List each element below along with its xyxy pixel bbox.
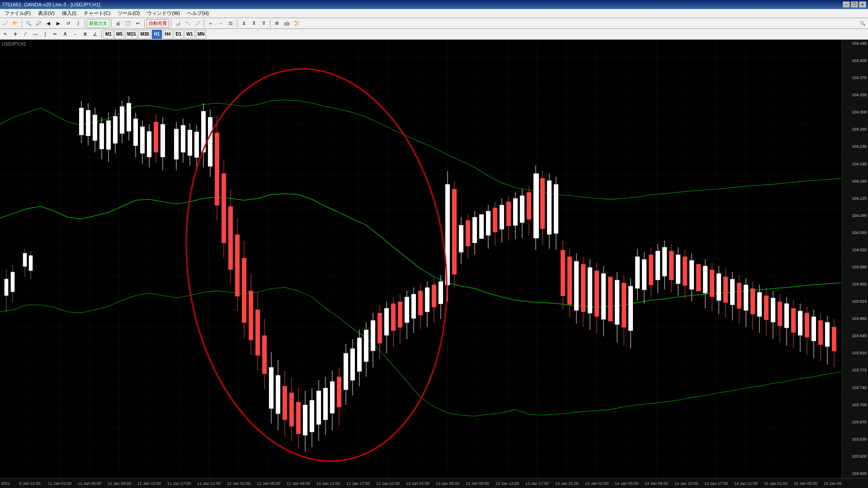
- svg-rect-212: [594, 271, 599, 317]
- settings-button[interactable]: ⚙: [272, 19, 281, 28]
- svg-rect-136: [337, 377, 341, 408]
- copy-button[interactable]: 📋: [123, 19, 132, 28]
- chart-container[interactable]: USDJPY,H1: [0, 40, 842, 478]
- print-button[interactable]: 🖨: [113, 19, 123, 28]
- tf-w1[interactable]: W1: [184, 30, 195, 39]
- tf-d1[interactable]: D1: [174, 30, 184, 39]
- fib-tool[interactable]: Ⅲ: [80, 30, 90, 39]
- hline-tool[interactable]: —: [31, 30, 40, 39]
- svg-rect-158: [411, 294, 416, 319]
- tf-mn[interactable]: MN: [196, 30, 207, 39]
- tf-h4[interactable]: H4: [163, 30, 173, 39]
- svg-rect-218: [615, 280, 619, 325]
- menu-help[interactable]: ヘルプ(H): [184, 9, 212, 18]
- indicator-button3[interactable]: ⊽: [259, 19, 268, 28]
- chart-type3-button[interactable]: 📈: [193, 19, 202, 28]
- cursor-tool[interactable]: ↖: [1, 30, 10, 39]
- indicator-button1[interactable]: ⊻: [239, 19, 248, 28]
- time-label-19: 13 Jan 21:00: [555, 481, 579, 486]
- open-button[interactable]: 📂: [11, 19, 20, 28]
- svg-rect-174: [466, 221, 470, 246]
- time-label-20: 14 Jan 01:00: [585, 481, 609, 486]
- svg-rect-244: [703, 266, 708, 293]
- undo-button[interactable]: ↩: [133, 19, 142, 28]
- period-sep-button[interactable]: |: [74, 19, 83, 28]
- svg-rect-106: [235, 235, 240, 296]
- zoom-in-button[interactable]: 🔍: [24, 19, 33, 28]
- time-label-25: 14 Jan 21:00: [734, 481, 758, 486]
- tf-h1[interactable]: H1: [152, 30, 162, 39]
- svg-rect-204: [567, 257, 572, 305]
- menu-file[interactable]: ファイル(F): [1, 9, 34, 18]
- svg-rect-176: [472, 217, 477, 243]
- svg-rect-142: [357, 338, 362, 371]
- time-label-16: 13 Jan 09:00: [466, 481, 489, 486]
- time-label-23: 14 Jan 13:00: [675, 481, 698, 486]
- chart-type2-button[interactable]: 📉: [183, 19, 192, 28]
- new-chart-button[interactable]: 📈: [1, 19, 10, 28]
- refresh-button[interactable]: ↺: [64, 19, 73, 28]
- tf-m30[interactable]: M30: [138, 30, 151, 39]
- menu-tools[interactable]: ツール(O): [114, 9, 143, 18]
- time-label-3: 11 Jan 05:00: [78, 481, 101, 486]
- menu-chart[interactable]: チャート(C): [80, 9, 114, 18]
- zoom-out2-button[interactable]: －: [216, 19, 225, 28]
- svg-rect-246: [710, 270, 714, 297]
- svg-rect-86: [160, 124, 165, 157]
- zoom-out-button[interactable]: 🔎: [34, 19, 43, 28]
- time-label-17: 13 Jan 13:00: [495, 481, 519, 486]
- svg-rect-160: [418, 291, 423, 315]
- svg-rect-206: [574, 261, 579, 310]
- restore-button[interactable]: ❐: [851, 1, 858, 8]
- sep4: [144, 19, 145, 28]
- menu-view[interactable]: 表示(V): [34, 9, 58, 18]
- fit-button[interactable]: ⊡: [226, 19, 235, 28]
- auto-trade-button[interactable]: 自動売買: [146, 19, 169, 28]
- svg-rect-272: [798, 311, 802, 335]
- svg-rect-214: [601, 273, 606, 319]
- price-label-12: 104.020: [842, 248, 868, 253]
- search-button[interactable]: 🔍: [858, 19, 867, 28]
- svg-rect-76: [127, 103, 131, 131]
- svg-rect-270: [791, 308, 796, 333]
- tf-m5[interactable]: M5: [114, 30, 124, 39]
- indicator-button2[interactable]: ⊼: [249, 19, 258, 28]
- sep-tf: [101, 30, 102, 38]
- time-label-2: 11 Jan 01:00: [48, 481, 71, 486]
- crosshair-tool[interactable]: ✛: [11, 30, 20, 39]
- svg-rect-0: [0, 40, 842, 478]
- text-tool[interactable]: A: [61, 30, 70, 39]
- line-tool[interactable]: ⁄: [21, 30, 30, 39]
- tf-m1[interactable]: M1: [104, 30, 113, 39]
- scroll-left-button[interactable]: ◀: [44, 19, 53, 28]
- svg-rect-266: [778, 302, 782, 326]
- price-label-1: 104.405: [842, 59, 868, 63]
- zoom-in2-button[interactable]: ＋: [206, 19, 215, 28]
- arrow-tool[interactable]: →: [71, 30, 80, 39]
- tf-m15[interactable]: M15: [125, 30, 137, 39]
- svg-rect-178: [479, 214, 484, 239]
- price-scale: 104.440 104.405 104.370 104.335 104.300 …: [842, 40, 868, 478]
- svg-rect-258: [750, 288, 755, 314]
- draw-tool[interactable]: ✏: [51, 30, 60, 39]
- toolbar2: ↖ ✛ ⁄ — | ✏ A → Ⅲ ∠ M1 M5 M15 M30 H1 H4 …: [0, 29, 868, 40]
- menu-window[interactable]: ウィンドウ(W): [143, 9, 184, 18]
- time-label-21: 14 Jan 05:00: [615, 481, 638, 486]
- minimize-button[interactable]: —: [843, 1, 850, 8]
- svg-rect-240: [689, 260, 694, 289]
- toolbar1: 📈 📂 🔍 🔎 ◀ ▶ ↺ | 新規注文 🖨 📋 ↩ 自動売買 📊 📉 📈 ＋ …: [0, 18, 868, 29]
- expert-button[interactable]: 🤖: [282, 19, 291, 28]
- svg-rect-84: [154, 122, 158, 153]
- script-button[interactable]: 📜: [292, 19, 301, 28]
- angle-tool[interactable]: ∠: [90, 30, 99, 39]
- new-order-button[interactable]: 新規注文: [87, 19, 109, 28]
- vline-tool[interactable]: |: [41, 30, 50, 39]
- close-button[interactable]: ✕: [859, 1, 866, 8]
- svg-rect-228: [649, 255, 653, 286]
- svg-rect-94: [194, 132, 199, 158]
- chart-type1-button[interactable]: 📊: [173, 19, 182, 28]
- time-label-18: 13 Jan 17:00: [525, 481, 549, 486]
- menu-insert[interactable]: 挿入(I): [58, 9, 80, 18]
- price-label-11: 104.055: [842, 231, 868, 235]
- scroll-right-button[interactable]: ▶: [54, 19, 63, 28]
